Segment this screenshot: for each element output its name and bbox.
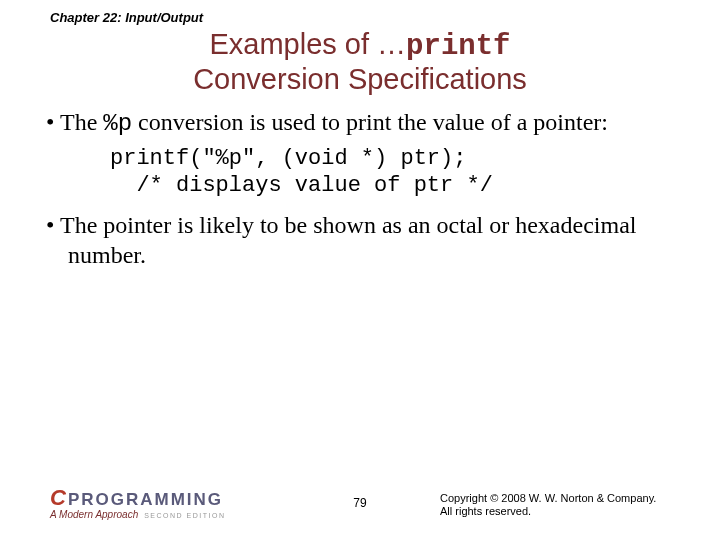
slide-title: Examples of …printf Conversion Specifica…: [0, 28, 720, 97]
content-area: The %p conversion is used to print the v…: [40, 107, 680, 270]
copyright: Copyright © 2008 W. W. Norton & Company.…: [440, 492, 660, 518]
bullet-inline-code: %p: [103, 110, 132, 137]
copyright-line: Copyright © 2008 W. W. Norton & Company.: [440, 492, 656, 504]
code-line: printf("%p", (void *) ptr);: [110, 146, 466, 171]
logo-subtitle: A Modern Approach: [50, 509, 138, 520]
code-line: /* displays value of ptr */: [110, 173, 493, 198]
bullet-item: The %p conversion is used to print the v…: [40, 107, 680, 139]
title-pre: Examples of: [209, 28, 377, 60]
title-code: printf: [406, 30, 510, 63]
chapter-header: Chapter 22: Input/Output: [50, 10, 203, 25]
bullet-text-pre: The: [60, 109, 103, 135]
copyright-line: All rights reserved.: [440, 505, 531, 517]
bullet-text-post: conversion is used to print the value of…: [132, 109, 608, 135]
title-ellipsis: …: [377, 28, 406, 60]
bullet-text: The pointer is likely to be shown as an …: [60, 212, 637, 268]
title-line2: Conversion Specifications: [193, 63, 527, 95]
code-block: printf("%p", (void *) ptr); /* displays …: [110, 145, 680, 200]
footer: CPROGRAMMING A Modern ApproachSECOND EDI…: [0, 480, 720, 520]
bullet-item: The pointer is likely to be shown as an …: [40, 210, 680, 270]
logo-edition: SECOND EDITION: [144, 512, 225, 519]
